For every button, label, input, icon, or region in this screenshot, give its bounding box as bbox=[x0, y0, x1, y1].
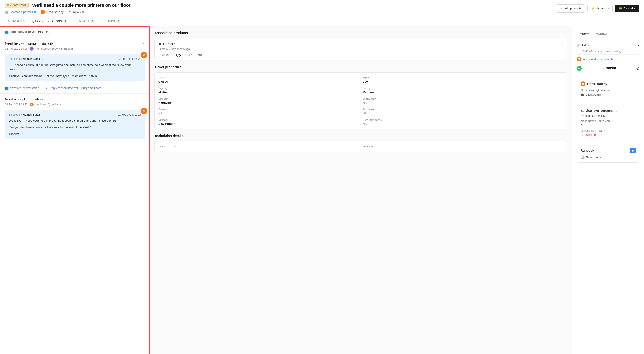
prop-urgency: Urgency Medium bbox=[158, 87, 359, 94]
add-products-button[interactable]: ＋ Add products bbox=[556, 4, 585, 12]
location-icon: 📍 bbox=[68, 10, 72, 14]
status-button[interactable]: 🎫 Closed ▾ bbox=[615, 5, 640, 12]
tech-group-label: Technician group bbox=[158, 145, 359, 148]
timer-value: 00:00:00 bbox=[602, 66, 616, 70]
subcategory-value: NA bbox=[363, 101, 564, 104]
side-conversations-header: 👥 SIDE CONVERSATIONS 2 bbox=[0, 27, 149, 38]
props-grid: Status Closed Impact Low Urgency Medium … bbox=[158, 76, 564, 126]
tech-details-title: Technician details bbox=[154, 134, 567, 138]
product-menu-icon[interactable]: ⊞ bbox=[561, 42, 564, 46]
add-worklog-button[interactable]: M Add worklog comments bbox=[577, 55, 640, 64]
quantity-label: Quantity bbox=[158, 53, 169, 57]
conv-item-2: Need a couple of printers ▾ 02 Feb 2023 … bbox=[0, 94, 149, 142]
reply-link[interactable]: ↩ Reply to themikeoliver1990@gmail.com bbox=[46, 86, 101, 90]
associated-products-title: Associated products bbox=[154, 31, 567, 35]
cause-label: Cause bbox=[158, 108, 359, 111]
conv-2-timestamp: 02 Feb 2023, 16:27 bbox=[118, 113, 141, 116]
prop-impact: Impact Low bbox=[363, 76, 564, 83]
building-icon: 🏢 bbox=[4, 10, 8, 14]
header-meta: 🏢 Pearson Spector Litt R Ross Barkley 📍 … bbox=[4, 10, 130, 14]
contact-name: R Ross Barkley bbox=[580, 81, 636, 86]
quantity-value: 5 Qty bbox=[174, 53, 181, 57]
contact-section: R Ross Barkley ✉ enniewun@gmail.com 💼 Cl… bbox=[577, 78, 640, 101]
side-conv-icon: 👥 bbox=[5, 31, 8, 34]
sla-title: Service level agreement bbox=[580, 109, 636, 112]
contact-role-row: 💼 Client Admin bbox=[580, 93, 636, 96]
runbook-item: 📋 New Printer bbox=[580, 156, 636, 159]
tab-updates[interactable]: ↻ UPDATES bbox=[4, 17, 29, 26]
price-value: £90 bbox=[197, 53, 202, 57]
conv-1-chevron: ▾ bbox=[143, 42, 145, 45]
printer-icon: 🖨 bbox=[158, 42, 162, 46]
labor-icon: 🛒 bbox=[577, 44, 580, 47]
conv-1-title: Need help with printer installation bbox=[5, 41, 55, 45]
role-icon: 💼 bbox=[580, 93, 584, 96]
impact-label: Impact bbox=[363, 76, 564, 79]
new-side-conv-link[interactable]: 👥 New side conversation bbox=[5, 86, 39, 90]
conv-1-header[interactable]: Need help with printer installation ▾ bbox=[0, 38, 149, 47]
ticket-title: We'll need a couple more printers on our… bbox=[32, 3, 130, 8]
contact-avatar: R bbox=[580, 81, 586, 86]
right-panel: TIMER MANUAL 🛒 Labor ▾ 1521.09 hrs remai… bbox=[572, 26, 644, 354]
tab-timer[interactable]: TIMER bbox=[577, 31, 592, 38]
plus-icon: ＋ bbox=[560, 6, 563, 10]
agent-name: Ross Barkley bbox=[46, 10, 64, 14]
contact-role: Client Admin bbox=[586, 93, 601, 96]
status-value: Closed bbox=[158, 80, 359, 83]
company-link[interactable]: Pearson Spector Litt bbox=[10, 10, 36, 14]
prop-subcategory: Subcategory NA bbox=[363, 97, 564, 104]
labor-meta: 1521.09 hrs remai... • 0 hrs waiting for… bbox=[577, 49, 640, 55]
prop-priority: Priority Medium bbox=[363, 87, 564, 94]
technician-details-section: Technician details Technician group Tech… bbox=[154, 134, 567, 153]
sla-section: Service level agreement Standard SLA Pol… bbox=[577, 105, 640, 140]
conv-1-meta: 02 Feb 2023 16:29 T themikeoliver1990@gm… bbox=[0, 47, 149, 52]
tasks-icon: ☑ bbox=[102, 20, 104, 23]
conv-2-title: Need a couple of printers bbox=[5, 97, 43, 101]
tab-tasks[interactable]: ☑ TASKS 0 bbox=[98, 17, 124, 26]
runbook-item-name: New Printer bbox=[586, 156, 601, 159]
subcategory-label: Subcategory bbox=[363, 97, 564, 100]
new-conv-icon: 👥 bbox=[5, 86, 8, 90]
agent-avatar: R bbox=[40, 10, 45, 14]
timer-section: TIMER MANUAL 🛒 Labor ▾ 1521.09 hrs remai… bbox=[577, 31, 640, 73]
runbook-title: Runbook ▶ bbox=[580, 148, 636, 153]
tab-manual[interactable]: MANUAL bbox=[592, 31, 611, 38]
labor-label: 🛒 Labor bbox=[577, 44, 590, 47]
worklog-avatar: M bbox=[577, 57, 581, 61]
chevron-down-icon-status: ▾ bbox=[634, 7, 636, 10]
timer-settings-icon[interactable]: ⊙ bbox=[636, 66, 640, 71]
play-button[interactable]: ▶ bbox=[577, 66, 582, 71]
conv-2-header[interactable]: Need a couple of printers ▾ bbox=[0, 94, 149, 103]
updates-icon: ↻ bbox=[8, 20, 10, 23]
sla-resolution-label: RESOLUTION TIMER bbox=[580, 130, 636, 132]
email-icon-contact: ✉ bbox=[580, 89, 583, 92]
actions-icon: ⚡ bbox=[591, 7, 595, 10]
conv-2-body: Looks like I'll need your help in procur… bbox=[8, 119, 141, 136]
side-conv-title: SIDE CONVERSATIONS bbox=[10, 31, 43, 34]
runbook-item-icon: 📋 bbox=[580, 156, 584, 159]
contact-email: enniewun@gmail.com bbox=[584, 89, 611, 92]
conv-2-bubble: M Emailed by Manish Balaji ✓ 02 Feb 2023… bbox=[5, 110, 145, 140]
ticket-properties-section: Ticket properties Status Closed Impact L… bbox=[154, 65, 567, 129]
email-icon: ✉ bbox=[7, 4, 9, 7]
conv-1-bubble-header: Emailed by Manish Balaji ✓ 02 Feb 2023, … bbox=[8, 57, 141, 60]
conv-1-body: PSL needs a couple of printers configure… bbox=[8, 63, 141, 78]
runbook-value: New Printer bbox=[158, 122, 359, 126]
tab-notes[interactable]: 📄 NOTES 0 bbox=[71, 17, 98, 26]
status-label: Status bbox=[158, 76, 359, 79]
prop-category: Category Hardware bbox=[158, 97, 359, 104]
conv-item-1: Need help with printer installation ▾ 02… bbox=[0, 38, 149, 94]
prop-resolution-codes: Resolution codes NA bbox=[363, 119, 564, 126]
run-button[interactable]: ▶ bbox=[630, 148, 636, 153]
tech-details-card: Technician group Technician bbox=[154, 141, 567, 153]
associated-products-section: Associated products 🖨 Printers ⊞ Printer… bbox=[154, 31, 567, 60]
tab-conversations[interactable]: 💬 CONVERSATIONS 4 bbox=[29, 17, 71, 26]
sla-overdue-value: ⏱ Overdue bbox=[580, 133, 636, 137]
location-name: New York bbox=[73, 10, 85, 14]
contact-email-row: ✉ enniewun@gmail.com bbox=[580, 89, 636, 92]
subcause-value: NA bbox=[363, 112, 564, 115]
ticket-badge: ✉ #110822-0002 bbox=[4, 3, 28, 8]
actions-button[interactable]: ⚡ Actions ▾ bbox=[588, 5, 613, 12]
notes-icon: 📄 bbox=[74, 20, 78, 23]
labor-chevron[interactable]: ▾ bbox=[638, 44, 640, 47]
